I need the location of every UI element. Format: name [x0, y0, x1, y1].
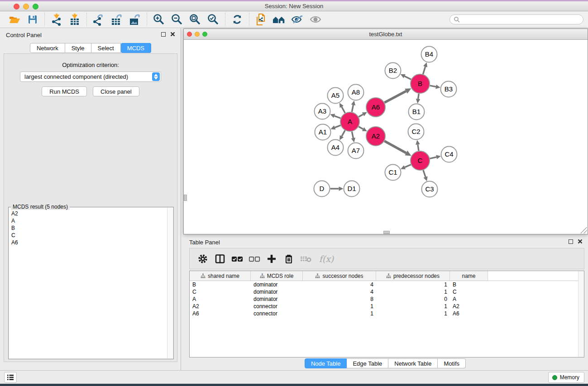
column-header-successor-nodes[interactable]: successor nodes — [303, 271, 376, 281]
window-resize-grip[interactable] — [581, 227, 587, 234]
canvas-bottom-scrollbar-thumb[interactable] — [383, 231, 390, 234]
search-box[interactable] — [449, 14, 583, 24]
node-label-B1: B1 — [412, 108, 421, 115]
toolbar-separator — [225, 13, 225, 26]
import-network-icon — [51, 13, 62, 26]
zoom-fit-button[interactable] — [186, 12, 204, 27]
result-list-item[interactable]: A — [11, 217, 173, 224]
edge-C-C2[interactable] — [418, 144, 419, 151]
edge-A-A4[interactable] — [342, 130, 345, 136]
tab-network[interactable]: Network — [30, 43, 65, 53]
edge-A-A8[interactable] — [352, 105, 353, 112]
float-panel-icon[interactable] — [161, 32, 166, 37]
table-cell: 0 — [376, 296, 450, 302]
attribute-type-icon — [201, 273, 206, 278]
open-session-button[interactable] — [5, 12, 24, 27]
result-list-item[interactable]: A6 — [11, 239, 173, 246]
select-all-columns-button[interactable] — [230, 252, 244, 266]
edge-A-A6[interactable] — [359, 114, 363, 117]
edge-A-A3[interactable] — [335, 116, 341, 118]
column-header-predecessor-nodes[interactable]: predecessor nodes — [376, 271, 450, 281]
arrowhead — [423, 176, 427, 181]
import-network-button[interactable] — [48, 12, 66, 27]
arrowhead — [351, 100, 355, 105]
show-columns-button[interactable] — [213, 252, 227, 266]
table-cell: A6 — [450, 310, 488, 317]
delete-table-icon — [300, 255, 312, 263]
edge-B-B2[interactable] — [405, 76, 411, 79]
criterion-dropdown[interactable]: largest connected component (directed) — [20, 71, 161, 82]
tab-mcds[interactable]: MCDS — [121, 43, 151, 53]
show-all-button[interactable] — [306, 12, 325, 27]
zoom-selected-button[interactable] — [204, 12, 222, 27]
run-mcds-button[interactable]: Run MCDS — [42, 86, 87, 96]
refresh-button[interactable] — [228, 12, 246, 27]
table-float-panel-icon[interactable] — [569, 239, 573, 244]
result-list-item[interactable]: A2 — [11, 210, 173, 217]
close-panel-icon[interactable] — [170, 32, 175, 37]
tab-edge-table[interactable]: Edge Table — [347, 358, 388, 368]
edge-B-B3[interactable] — [430, 86, 436, 87]
node-label-B: B — [418, 80, 422, 87]
column-header-label: MCDS role — [267, 273, 294, 279]
table-cell: connector — [251, 303, 303, 310]
deselect-all-columns-button[interactable] — [248, 252, 261, 266]
edge-A6-B[interactable] — [384, 91, 406, 102]
table-row[interactable]: A6connector11A6 — [190, 310, 584, 317]
edge-C-C1[interactable] — [405, 165, 411, 167]
edge-B-B1[interactable] — [418, 94, 419, 99]
column-header-MCDS-role[interactable]: MCDS role — [251, 271, 303, 281]
result-list-scrollbar[interactable] — [167, 208, 173, 358]
edge-A2-C[interactable] — [384, 141, 406, 153]
edge-A-A5[interactable] — [342, 107, 345, 113]
tab-node-table[interactable]: Node Table — [305, 358, 347, 368]
edge-A-A7[interactable] — [352, 132, 353, 138]
status-bar: Memory — [0, 370, 588, 384]
export-table-button[interactable] — [108, 12, 126, 27]
network-canvas[interactable]: B4B2BB3A8A5A6A3B1AA1C2A2A4A7C4CC1C3DD1 — [184, 40, 588, 234]
close-panel-button[interactable]: Close panel — [93, 86, 139, 96]
column-header-shared-name[interactable]: shared name — [190, 271, 251, 281]
import-table-button[interactable] — [66, 12, 84, 27]
function-builder-button[interactable]: f(x) — [316, 252, 336, 266]
tab-select[interactable]: Select — [91, 43, 121, 53]
first-neighbors-button[interactable] — [270, 12, 288, 27]
edge-C-C3[interactable] — [423, 170, 425, 177]
table-settings-button[interactable] — [196, 252, 210, 266]
table-cell: A6 — [190, 310, 251, 317]
hide-selection-button[interactable] — [288, 12, 306, 27]
table-close-panel-icon[interactable] — [578, 239, 583, 244]
canvas-left-scrollbar-thumb[interactable] — [184, 195, 187, 201]
network-window-titlebar[interactable]: testGlobe.txt — [184, 29, 588, 40]
table-panel: Table Panel — [182, 235, 588, 370]
export-image-button[interactable] — [126, 12, 144, 27]
table-row[interactable]: A2connector11A2 — [190, 303, 584, 310]
tab-motifs[interactable]: Motifs — [438, 358, 466, 368]
table-row[interactable]: Adominator80A — [190, 295, 584, 303]
column-header-name[interactable]: name — [450, 271, 488, 281]
tab-network-table[interactable]: Network Table — [388, 358, 438, 368]
export-network-button[interactable] — [90, 12, 108, 27]
edge-A-A1[interactable] — [335, 125, 341, 128]
save-session-button[interactable] — [24, 12, 42, 27]
tab-style[interactable]: Style — [65, 43, 91, 53]
search-input[interactable] — [460, 16, 579, 23]
edge-A-A2[interactable] — [359, 127, 363, 129]
delete-table-button[interactable] — [299, 252, 313, 266]
result-list-item[interactable]: B — [11, 224, 173, 232]
result-list-item[interactable]: C — [11, 232, 173, 239]
add-column-button[interactable] — [265, 252, 278, 266]
edge-B-B4[interactable] — [423, 67, 425, 74]
memory-status-button[interactable]: Memory — [548, 372, 584, 383]
mcds-result-list[interactable]: A2ABCA6 — [9, 208, 173, 358]
task-history-button[interactable] — [4, 372, 17, 383]
table-scrollbar[interactable] — [578, 271, 584, 357]
search-icon — [454, 16, 460, 23]
zoom-in-button[interactable] — [150, 12, 168, 27]
table-row[interactable]: Cdominator41C — [190, 288, 584, 295]
new-network-from-selection-button[interactable] — [252, 12, 270, 27]
delete-columns-button[interactable] — [282, 252, 296, 266]
edge-C-C4[interactable] — [430, 157, 436, 158]
table-row[interactable]: Bdominator41B — [190, 281, 584, 288]
zoom-out-button[interactable] — [168, 12, 186, 27]
